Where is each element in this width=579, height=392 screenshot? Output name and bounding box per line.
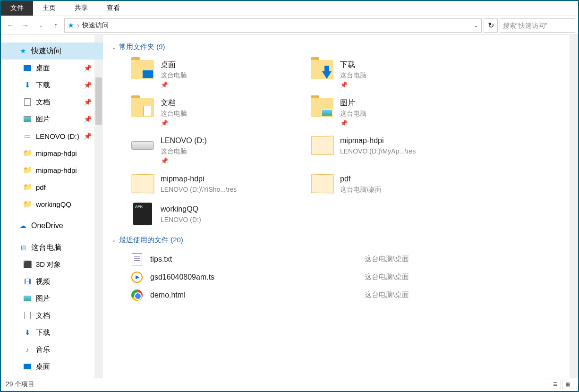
folder-icon [130, 95, 155, 120]
sidebar-item-label: 下载 [36, 81, 50, 90]
folder-icon [130, 133, 155, 158]
chevron-down-icon: ⌄ [111, 44, 116, 51]
picture-icon [23, 294, 32, 303]
address-dropdown-icon[interactable]: ⌄ [474, 22, 478, 29]
history-dropdown[interactable]: ⌄ [34, 19, 47, 32]
tile-location: LENOVO (D:)\MyAp...\res [340, 146, 416, 156]
file-path: 这台电脑\桌面 [365, 273, 409, 281]
tile-location: 这台电脑 [340, 70, 366, 80]
tile-name: 下载 [340, 59, 366, 70]
breadcrumb-separator: › [77, 21, 79, 30]
tab-view[interactable]: 查看 [97, 1, 129, 16]
tab-home[interactable]: 主页 [33, 1, 65, 16]
nav-sidebar: ★ 快速访问 桌面 📌⬇ 下载 📌 文档 📌 图片 📌▭ LENOVO (D:)… [1, 35, 103, 379]
sidebar-item-pc-1[interactable]: 🎞 视频 [1, 273, 103, 290]
sidebar-item-qa-2[interactable]: 文档 📌 [1, 94, 103, 111]
folder-tile-8[interactable]: workingQQ LENOVO (D:) [130, 202, 291, 226]
desktop-icon [23, 362, 32, 371]
sidebar-item-pc-6[interactable]: 桌面 [1, 358, 103, 375]
back-button[interactable]: ← [4, 19, 17, 32]
folder-tile-0[interactable]: 桌面 这台电脑 📌 [130, 57, 291, 90]
sidebar-item-qa-1[interactable]: ⬇ 下载 📌 [1, 77, 103, 94]
sidebar-item-label: 快速访问 [31, 46, 61, 56]
navigation-bar: ← → ⌄ ↑ ★ › 快速访问 ⌄ ↻ [1, 16, 578, 35]
tile-name: mipmap-hdpi [161, 173, 237, 185]
search-input[interactable] [503, 22, 572, 29]
status-text: 29 个项目 [6, 380, 34, 389]
sidebar-item-label: 桌面 [36, 362, 50, 371]
up-button[interactable]: ↑ [49, 19, 62, 32]
recent-file-1[interactable]: gsd16040809am.ts 这台电脑\桌面 [130, 268, 569, 286]
address-bar[interactable]: ★ › 快速访问 ⌄ [64, 18, 482, 33]
content-pane: ⌄ 常用文件夹 (9) 桌面 这台电脑 📌 下载 这台电脑 📌 文档 这台电脑 … [103, 35, 578, 379]
sidebar-item-qa-6[interactable]: 📁 mipmap-hdpi [1, 162, 103, 179]
cloud-icon: ☁ [18, 221, 27, 230]
sidebar-item-qa-7[interactable]: 📁 pdf [1, 179, 103, 196]
group-recent-files[interactable]: ⌄ 最近使用的文件 (20) [111, 236, 569, 245]
recent-file-2[interactable]: demo.html 这台电脑\桌面 [130, 286, 569, 304]
forward-button[interactable]: → [19, 19, 32, 32]
folder-tile-4[interactable]: LENOVO (D:) 这台电脑 📌 [130, 133, 291, 166]
pin-star-icon: ★ [68, 21, 74, 30]
document-icon [23, 311, 32, 320]
tile-location: LENOVO (D:)\YiSho...\res [161, 185, 237, 195]
sidebar-item-qa-3[interactable]: 图片 📌 [1, 111, 103, 128]
sidebar-item-pc-4[interactable]: ⬇ 下载 [1, 324, 103, 341]
content-scrollbar[interactable] [570, 35, 578, 379]
file-name: tips.txt [150, 255, 358, 264]
sidebar-item-pc-3[interactable]: 文档 [1, 307, 103, 324]
sidebar-item-qa-4[interactable]: ▭ LENOVO (D:) 📌 [1, 128, 103, 145]
folder-icon [310, 133, 334, 158]
sidebar-quick-access[interactable]: ★ 快速访问 [1, 43, 103, 60]
document-icon [23, 97, 32, 107]
disk-icon: ▭ [23, 131, 32, 141]
file-name: gsd16040809am.ts [150, 273, 358, 281]
file-icon [130, 271, 144, 284]
tab-file[interactable]: 文件 [1, 1, 33, 16]
tab-share[interactable]: 共享 [65, 1, 97, 16]
pin-icon: 📌 [161, 119, 187, 128]
view-tiles-button[interactable]: ▦ [562, 380, 573, 389]
folder-icon: 📁 [23, 148, 32, 158]
folder-tile-1[interactable]: 下载 这台电脑 📌 [310, 57, 470, 90]
folder-icon [130, 202, 155, 226]
view-details-button[interactable]: ☰ [550, 380, 561, 389]
sidebar-item-label: LENOVO (D:) [36, 132, 79, 140]
sidebar-item-qa-5[interactable]: 📁 mipmap-hdpi [1, 145, 103, 162]
search-box[interactable] [500, 18, 575, 33]
sidebar-onedrive[interactable]: ☁ OneDrive [1, 217, 103, 234]
sidebar-item-qa-8[interactable]: 📁 workingQQ [1, 196, 103, 213]
folder-tile-5[interactable]: mipmap-hdpi LENOVO (D:)\MyAp...\res [310, 133, 470, 166]
sidebar-item-pc-0[interactable]: ⬛ 3D 对象 [1, 256, 103, 273]
sidebar-item-pc-2[interactable]: 图片 [1, 290, 103, 307]
download-icon: ⬇ [23, 80, 32, 90]
folder-icon [310, 95, 334, 120]
sidebar-this-pc[interactable]: 🖥 这台电脑 [1, 239, 103, 256]
folder-tile-6[interactable]: mipmap-hdpi LENOVO (D:)\YiSho...\res [130, 171, 291, 196]
cube-icon: ⬛ [23, 260, 32, 269]
folder-icon [310, 57, 334, 82]
video-icon: 🎞 [23, 277, 32, 286]
tile-location: 这台电脑 [340, 109, 366, 119]
folder-tile-3[interactable]: 图片 这台电脑 📌 [310, 95, 470, 128]
sidebar-item-label: 音乐 [36, 345, 50, 354]
tile-location: 这台电脑 [161, 146, 207, 156]
file-name: demo.html [150, 291, 358, 299]
sidebar-item-label: 图片 [36, 115, 50, 124]
tile-name: mipmap-hdpi [340, 135, 416, 146]
sidebar-item-pc-5[interactable]: ♪ 音乐 [1, 341, 103, 358]
folder-tile-7[interactable]: pdf 这台电脑\桌面 [310, 171, 470, 196]
tile-location: 这台电脑 [161, 109, 187, 119]
pin-icon: 📌 [340, 119, 366, 128]
recent-file-0[interactable]: tips.txt 这台电脑\桌面 [130, 250, 569, 268]
sidebar-item-label: 文档 [36, 311, 50, 320]
tile-location: LENOVO (D:) [161, 215, 201, 225]
group-frequent-folders[interactable]: ⌄ 常用文件夹 (9) [111, 43, 569, 51]
chevron-down-icon: ⌄ [111, 237, 116, 243]
star-icon: ★ [18, 46, 27, 56]
folder-icon [130, 57, 155, 82]
folder-tile-2[interactable]: 文档 这台电脑 📌 [130, 95, 291, 128]
sidebar-item-qa-0[interactable]: 桌面 📌 [1, 60, 103, 77]
sidebar-item-label: 下载 [36, 328, 50, 337]
refresh-button[interactable]: ↻ [484, 18, 498, 33]
